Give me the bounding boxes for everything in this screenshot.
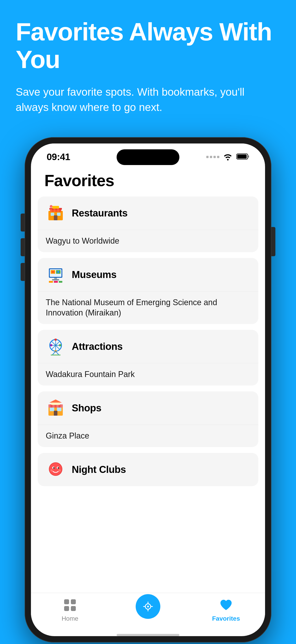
svg-point-50 [49,463,62,475]
svg-rect-12 [52,206,59,208]
svg-rect-37 [51,354,61,356]
svg-rect-2 [237,154,247,158]
battery-icon [236,153,249,161]
museums-category: Museums [72,269,116,280]
tab-favorites[interactable]: Favorites [187,598,265,622]
favorite-header: Museums [38,258,258,292]
svg-rect-41 [52,404,54,408]
museums-subtitle: The National Museum of Emerging Science … [38,292,258,324]
status-icons [206,152,249,162]
shops-category: Shops [72,402,101,414]
svg-rect-43 [61,404,63,408]
svg-rect-32 [59,344,61,346]
signal-dots-icon [206,156,219,158]
restaurants-subtitle: Wagyu to Worldwide [38,230,258,252]
svg-line-35 [52,351,56,355]
svg-rect-7 [57,213,61,216]
wifi-icon [223,152,233,162]
svg-rect-8 [54,215,57,220]
attractions-icon [46,336,65,356]
svg-point-54 [58,467,59,469]
favorites-list[interactable]: Restaurants Wagyu to Worldwide [31,196,265,593]
svg-rect-46 [54,411,57,416]
favorite-header: Night Clubs [38,453,258,486]
svg-rect-45 [57,408,61,411]
favorite-header: Restaurants [38,196,258,230]
list-item[interactable]: Attractions Wadakura Fountain Park [38,330,258,386]
svg-rect-31 [54,338,57,341]
museums-icon [46,265,65,284]
tab-home[interactable]: Home [31,598,109,622]
hero-subtitle: Save your favorite spots. With bookmarks… [16,84,280,114]
svg-rect-11 [57,208,59,212]
explore-button[interactable] [136,594,160,619]
status-bar: 09:41 [31,144,265,164]
favorites-icon [218,598,234,613]
shops-icon [46,398,65,418]
status-time: 09:41 [47,152,70,162]
app-content: Favorites [31,164,265,593]
svg-rect-44 [50,408,54,411]
list-item[interactable]: Restaurants Wagyu to Worldwide [38,196,258,252]
svg-rect-22 [49,281,53,283]
home-icon [62,598,78,613]
attractions-subtitle: Wadakura Fountain Park [38,363,258,386]
home-indicator [117,634,179,636]
svg-point-19 [57,271,59,273]
svg-marker-48 [49,400,62,402]
svg-rect-21 [52,279,59,280]
phone-screen: 09:41 [31,144,265,636]
svg-point-13 [50,205,52,208]
svg-point-56 [59,469,61,472]
nightclubs-icon [46,460,65,480]
home-tab-label: Home [62,615,78,622]
svg-rect-34 [50,344,52,346]
tab-bar: Home [31,593,265,631]
hero-section: Favorites Always With You Save your favo… [0,0,296,124]
svg-point-58 [147,606,149,608]
favorite-header: Attractions [38,330,258,363]
svg-rect-9 [50,208,52,212]
restaurants-category: Restaurants [72,208,128,219]
svg-rect-23 [54,281,58,283]
hero-title: Favorites Always With You [16,18,280,73]
screen-title: Favorites [31,164,265,196]
shops-subtitle: Ginza Place [38,425,258,447]
svg-point-53 [53,467,54,469]
favorites-tab-label: Favorites [212,615,240,622]
list-item[interactable]: Shops Ginza Place [38,392,258,447]
svg-rect-1 [248,156,249,158]
favorite-header: Shops [38,392,258,425]
svg-rect-42 [56,404,59,408]
phone-frame: 09:41 [25,137,271,642]
attractions-category: Attractions [72,341,123,352]
svg-line-36 [56,351,59,355]
svg-point-18 [52,271,54,273]
nightclubs-category: Night Clubs [72,464,126,475]
svg-rect-24 [59,281,62,283]
list-item[interactable]: Night Clubs [38,453,258,486]
tab-explore[interactable] [109,601,187,619]
svg-point-55 [50,469,53,472]
dynamic-island [117,149,179,165]
svg-rect-40 [48,404,50,408]
list-item[interactable]: Museums The National Museum of Emerging … [38,258,258,324]
svg-rect-6 [51,213,54,216]
phone-container: 09:41 [0,137,296,642]
restaurants-icon [46,203,65,223]
svg-rect-10 [54,208,55,212]
